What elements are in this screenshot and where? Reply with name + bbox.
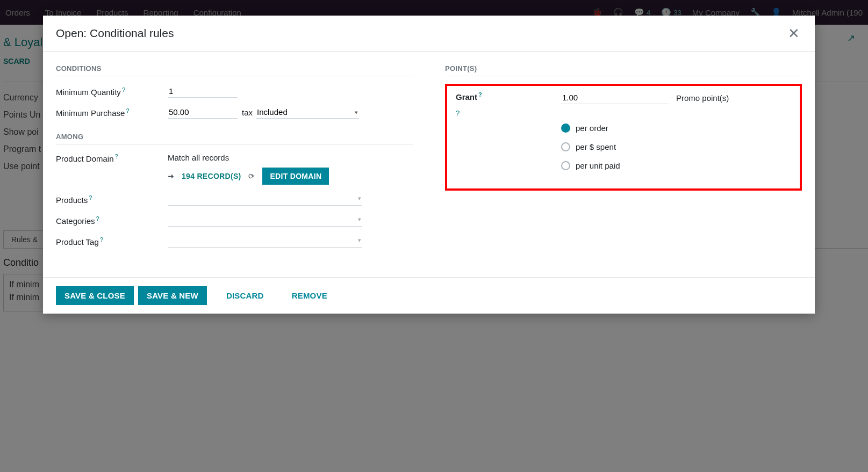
products-label: Products?	[56, 194, 168, 205]
radio-label: per order	[576, 124, 608, 133]
row-grant: Grant? ? Promo point(s)	[456, 91, 791, 117]
row-products: Products?	[56, 193, 413, 206]
domain-match-text: Match all records	[168, 153, 329, 162]
help-icon[interactable]: ?	[100, 236, 103, 243]
grant-unit: Promo point(s)	[676, 93, 729, 103]
row-min-purchase: Minimum Purchase? tax	[56, 106, 413, 119]
product-domain-label: Product Domain?	[56, 153, 168, 163]
save-new-button[interactable]: SAVE & NEW	[138, 286, 207, 305]
row-product-tag: Product Tag?	[56, 235, 413, 248]
edit-domain-button[interactable]: EDIT DOMAIN	[262, 168, 329, 185]
row-categories: Categories?	[56, 214, 413, 227]
min-qty-label: Minimum Quantity?	[56, 86, 168, 97]
save-close-button[interactable]: SAVE & CLOSE	[56, 286, 134, 305]
section-among: AMONG	[56, 133, 413, 144]
categories-select[interactable]	[168, 214, 362, 227]
products-select[interactable]	[168, 193, 362, 206]
radio-per-order[interactable]: per order	[561, 124, 791, 133]
section-conditions: CONDITIONS	[56, 64, 413, 76]
remove-button[interactable]: REMOVE	[283, 286, 336, 305]
conditional-rules-modal: Open: Conditional rules ✕ CONDITIONS Min…	[43, 16, 815, 314]
radio-per-spent[interactable]: per $ spent	[561, 142, 791, 151]
right-column: POINT(S) Grant? ? Promo point(s)	[445, 64, 802, 261]
close-icon: ✕	[788, 25, 800, 41]
modal-body: CONDITIONS Minimum Quantity? Minimum Pur…	[43, 52, 815, 277]
tax-label: tax	[242, 108, 253, 117]
radio-label: per $ spent	[576, 142, 616, 151]
help-icon[interactable]: ?	[89, 194, 92, 201]
modal-footer: SAVE & CLOSE SAVE & NEW DISCARD REMOVE	[43, 277, 815, 314]
radio-per-unit[interactable]: per unit paid	[561, 161, 791, 170]
help-icon[interactable]: ?	[456, 109, 561, 117]
grant-radio-group: per order per $ spent per unit paid	[561, 124, 791, 170]
product-tag-label: Product Tag?	[56, 236, 168, 246]
records-link[interactable]: 194 RECORD(S)	[182, 172, 241, 180]
help-icon[interactable]: ?	[115, 153, 118, 159]
radio-icon	[561, 124, 570, 133]
help-icon[interactable]: ?	[126, 107, 129, 114]
row-product-domain: Product Domain? Match all records ➔ 194 …	[56, 153, 413, 185]
discard-button[interactable]: DISCARD	[218, 286, 272, 305]
grant-label: Grant?	[456, 92, 482, 101]
tax-select[interactable]	[256, 106, 359, 119]
grant-input[interactable]	[561, 91, 669, 104]
product-tag-select[interactable]	[168, 235, 362, 248]
section-points: POINT(S)	[445, 64, 802, 76]
grant-highlight-box: Grant? ? Promo point(s) per order	[445, 84, 802, 191]
modal-title: Open: Conditional rules	[56, 27, 174, 40]
modal-header: Open: Conditional rules ✕	[43, 16, 815, 52]
min-qty-input[interactable]	[168, 85, 238, 98]
min-purchase-input[interactable]	[168, 106, 238, 119]
help-icon[interactable]: ?	[122, 86, 125, 93]
help-icon[interactable]: ?	[478, 91, 482, 98]
min-purchase-label: Minimum Purchase?	[56, 107, 168, 118]
domain-actions: ➔ 194 RECORD(S) ⟳ EDIT DOMAIN	[168, 168, 329, 185]
left-column: CONDITIONS Minimum Quantity? Minimum Pur…	[56, 64, 413, 261]
radio-label: per unit paid	[576, 161, 620, 170]
categories-label: Categories?	[56, 215, 168, 226]
refresh-icon[interactable]: ⟳	[248, 172, 255, 180]
radio-icon	[561, 142, 570, 151]
close-button[interactable]: ✕	[788, 26, 800, 40]
radio-icon	[561, 161, 570, 170]
arrow-right-icon: ➔	[168, 172, 174, 180]
row-min-qty: Minimum Quantity?	[56, 85, 413, 98]
help-icon[interactable]: ?	[96, 215, 99, 222]
